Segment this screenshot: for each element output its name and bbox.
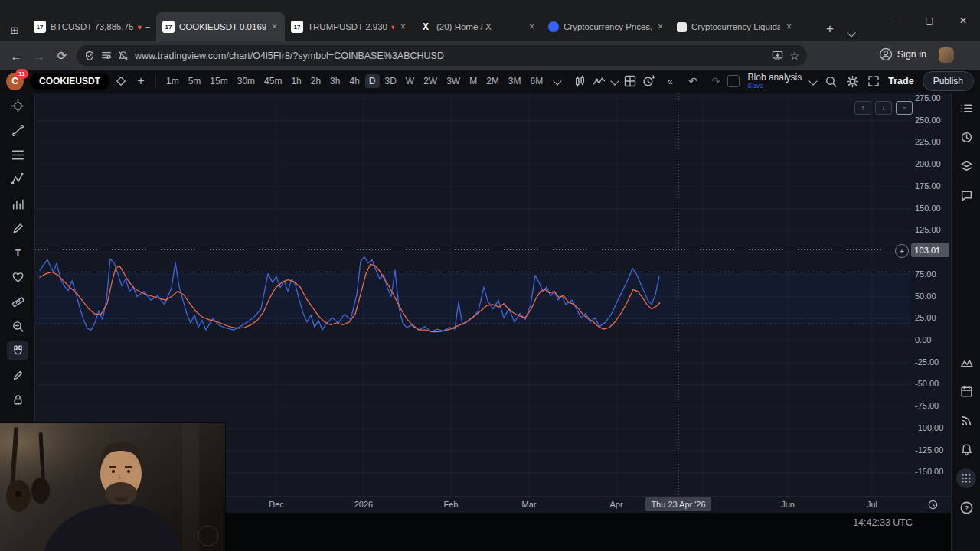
apps-grid-button[interactable]: [956, 468, 976, 488]
tab-list-chevron-icon[interactable]: [848, 25, 854, 39]
timeframe-chevron-icon[interactable]: [554, 77, 562, 85]
new-tab-button[interactable]: +: [821, 20, 839, 38]
notifications-blocked-icon[interactable]: [118, 51, 129, 61]
magnifier-icon: [11, 320, 24, 333]
timeframe-5m[interactable]: 5m: [185, 74, 205, 88]
browser-tab[interactable]: Cryptocurrency Prices, Char×: [542, 12, 671, 41]
timeframe-45m[interactable]: 45m: [260, 74, 286, 88]
timeframe-6M[interactable]: 6M: [527, 74, 547, 88]
symbol-search-button[interactable]: COOKIEUSDT: [30, 73, 109, 90]
settings-gear-icon[interactable]: [846, 75, 859, 88]
reader-mode-icon[interactable]: [101, 51, 112, 61]
timeframe-30m[interactable]: 30m: [234, 74, 259, 88]
browser-tab[interactable]: Cryptocurrency Liquidation |×: [671, 12, 799, 41]
pane-down-button[interactable]: ↓: [875, 101, 892, 115]
hotlists-button[interactable]: [952, 152, 980, 181]
browser-tab[interactable]: 17BTCUSDT 73,885.75 ▼ −1.24: [28, 12, 156, 41]
symbol-flag-icon[interactable]: [116, 76, 126, 86]
price-scale[interactable]: 275.00250.00225.00200.00175.00150.00125.…: [910, 93, 951, 496]
browser-tab[interactable]: 17TRUMPUSDT 2.930 ▼ −0.27×: [285, 12, 413, 41]
tab-close-icon[interactable]: ×: [270, 21, 279, 32]
text-tool[interactable]: T: [0, 240, 35, 265]
forward-button[interactable]: →: [31, 47, 47, 64]
bar-replay-icon[interactable]: «: [662, 73, 678, 90]
timezone-clock-icon[interactable]: [927, 499, 939, 510]
crosshair-tool[interactable]: [0, 93, 35, 118]
timeframe-1m[interactable]: 1m: [162, 74, 183, 88]
tab-close-icon[interactable]: ×: [399, 21, 407, 32]
timeframe-1h[interactable]: 1h: [287, 74, 305, 88]
timeframe-3D[interactable]: 3D: [381, 74, 400, 88]
fullscreen-icon[interactable]: [867, 75, 880, 87]
fib-retracement-tool[interactable]: [0, 142, 35, 167]
browser-tab[interactable]: 17COOKIEUSDT 0.01692 ▲ +5×: [156, 12, 285, 41]
indicators-icon[interactable]: [593, 75, 606, 88]
browser-profile-avatar[interactable]: [939, 47, 954, 63]
alert-icon[interactable]: [642, 75, 655, 88]
tab-title: TRUMPUSDT 2.930 ▼ −0.27: [308, 22, 394, 31]
tab-close-icon[interactable]: ×: [528, 21, 536, 32]
lock-tool[interactable]: [0, 387, 35, 412]
timeframe-M[interactable]: M: [466, 74, 481, 88]
browser-tab[interactable]: X(20) Home / X×: [413, 12, 542, 41]
pane-up-button[interactable]: ↑: [854, 101, 871, 115]
refresh-button[interactable]: ⟳: [54, 47, 70, 64]
minimize-button[interactable]: —: [879, 0, 913, 41]
timeframe-3W[interactable]: 3W: [443, 74, 464, 88]
ideas-button[interactable]: [952, 347, 980, 377]
publish-button[interactable]: Publish: [923, 71, 974, 91]
timeframe-15m[interactable]: 15m: [206, 74, 231, 88]
back-button[interactable]: ←: [8, 47, 24, 64]
price-plus-marker[interactable]: +: [895, 244, 909, 258]
timeframe-2h[interactable]: 2h: [307, 74, 325, 88]
save-layout-icon[interactable]: [727, 75, 740, 87]
bookmark-star-icon[interactable]: ☆: [789, 50, 799, 62]
timeframe-3M[interactable]: 3M: [505, 74, 525, 88]
sign-in-button[interactable]: Sign in: [879, 47, 926, 61]
timeframe-4h[interactable]: 4h: [345, 74, 363, 88]
zoom-tool[interactable]: [0, 314, 35, 338]
trend-line-tool[interactable]: [0, 118, 35, 142]
notifications-button[interactable]: [952, 435, 980, 464]
forecast-tool[interactable]: [0, 191, 35, 216]
watchlist-button[interactable]: [952, 93, 980, 122]
timeframe-2M[interactable]: 2M: [482, 74, 503, 88]
svg-text:T: T: [15, 246, 21, 258]
close-window-button[interactable]: ✕: [946, 0, 980, 41]
tab-actions-icon[interactable]: ⊞: [8, 23, 21, 37]
magnet-tool[interactable]: [0, 338, 35, 363]
indicators-chevron-icon[interactable]: [611, 77, 619, 85]
install-app-icon[interactable]: [772, 50, 783, 61]
pane-maximize-button[interactable]: ▫: [896, 101, 913, 115]
timeframe-D[interactable]: D: [365, 74, 380, 88]
url-field[interactable]: www.tradingview.com/chart/O4l5FIr8/?symb…: [77, 45, 807, 66]
layout-chevron-icon[interactable]: [809, 77, 818, 85]
watchlist-icon: [960, 102, 973, 115]
trade-button[interactable]: Trade: [888, 76, 913, 86]
chart-type-candles-icon[interactable]: [573, 75, 586, 88]
timeframe-3h[interactable]: 3h: [326, 74, 344, 88]
redo-icon[interactable]: ↷: [707, 73, 724, 90]
search-icon[interactable]: [825, 75, 838, 88]
sign-in-label: Sign in: [897, 49, 926, 60]
layout-grid-icon[interactable]: [624, 75, 636, 87]
layout-name-button[interactable]: Blob analysis Save: [748, 73, 802, 90]
alerts-button[interactable]: [952, 122, 980, 152]
draw-mode-tool[interactable]: [0, 363, 35, 387]
help-button[interactable]: ?: [952, 493, 980, 522]
tab-close-icon[interactable]: ×: [656, 21, 665, 32]
tab-close-icon[interactable]: ×: [785, 21, 793, 32]
timeframe-W[interactable]: W: [402, 74, 418, 88]
chat-button[interactable]: [952, 181, 980, 210]
user-avatar[interactable]: C 11: [6, 73, 24, 90]
calendar-button[interactable]: [952, 377, 980, 406]
pattern-tool[interactable]: [0, 167, 35, 191]
brush-tool[interactable]: [0, 216, 35, 240]
measure-tool[interactable]: [0, 289, 35, 314]
undo-icon[interactable]: ↶: [684, 73, 701, 90]
timeframe-2W[interactable]: 2W: [420, 74, 441, 88]
compare-add-icon[interactable]: +: [132, 73, 149, 90]
news-feed-button[interactable]: [952, 406, 980, 435]
maximize-button[interactable]: ▢: [913, 0, 946, 41]
emoji-tool[interactable]: [0, 265, 35, 289]
